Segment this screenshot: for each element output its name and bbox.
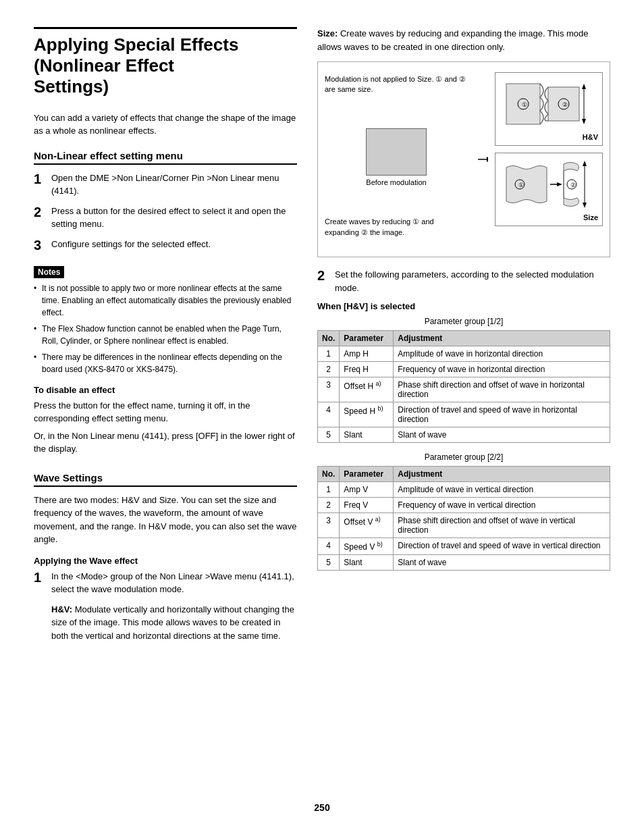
- table-row: 3Offset H a)Phase shift direction and of…: [318, 377, 610, 402]
- step-3-number: 3: [34, 238, 46, 253]
- table-row: 2Freq VFrequency of wave in vertical dir…: [318, 498, 610, 513]
- diagram-box: Modulation is not applied to Size. ① and…: [317, 61, 610, 257]
- diagram-right: ① ② H&V: [495, 69, 603, 250]
- step-3-text: Configure settings for the selected effe…: [51, 238, 211, 253]
- size-label: Size: [500, 213, 598, 221]
- step-3: 3 Configure settings for the selected ef…: [34, 238, 297, 253]
- arrow-area: [475, 69, 488, 250]
- step-2-number: 2: [34, 205, 46, 231]
- diagram-left: Modulation is not applied to Size. ① and…: [325, 69, 468, 250]
- arrow-icon: [475, 146, 488, 173]
- table-row: 4Speed V b)Direction of travel and speed…: [318, 538, 610, 555]
- note-3: There may be differences in the nonlinea…: [34, 351, 297, 375]
- size-diagram: ① ②: [495, 153, 603, 226]
- table-row: 2Freq HFrequency of wave in horizontal d…: [318, 362, 610, 377]
- svg-text:②: ②: [570, 182, 576, 188]
- right-step-2-number: 2: [317, 268, 329, 294]
- hv-section: When [H&V] is selected Parameter group […: [317, 301, 610, 571]
- before-modulation: Before modulation: [325, 128, 468, 186]
- svg-text:①: ①: [522, 101, 527, 108]
- hv-label: H&V: [500, 133, 598, 141]
- table-row: 5SlantSlant of wave: [318, 555, 610, 571]
- svg-marker-9: [582, 84, 586, 89]
- table-row: 5SlantSlant of wave: [318, 427, 610, 443]
- page-title: Applying Special Effects (Nonlinear Effe…: [34, 27, 297, 98]
- two-column-layout: Applying Special Effects (Nonlinear Effe…: [34, 27, 610, 789]
- step-1: 1 Open the DME >Non Linear/Corner Pin >N…: [34, 172, 297, 198]
- wave-intro: There are two modes: H&V and Size. You c…: [34, 494, 297, 546]
- hv-wave-svg: ① ②: [500, 77, 587, 131]
- wave-step-1-number: 1: [34, 570, 46, 596]
- step-1-text: Open the DME >Non Linear/Corner Pin >Non…: [51, 172, 297, 198]
- table-2-header-param: Parameter: [340, 467, 394, 482]
- table-row: 1Amp HAmplitude of wave in horizontal di…: [318, 346, 610, 362]
- table-2: No. Parameter Adjustment 1Amp VAmplitude…: [317, 466, 610, 571]
- page-number: 250: [314, 802, 329, 813]
- svg-marker-10: [582, 119, 586, 124]
- page: Applying Special Effects (Nonlinear Effe…: [0, 0, 644, 840]
- note-2: The Flex Shadow function cannot be enabl…: [34, 323, 297, 347]
- to-disable-label: To disable an effect: [34, 385, 297, 395]
- param-group-2-label: Parameter group [2/2]: [317, 452, 610, 462]
- step-1-number: 1: [34, 172, 46, 198]
- table-row: 4Speed H b)Direction of travel and speed…: [318, 402, 610, 427]
- wave-step-1: 1 In the <Mode> group of the Non Linear …: [34, 570, 297, 596]
- right-column: Size: Create waves by reducing and expan…: [317, 27, 610, 789]
- param-group-1-label: Parameter group [1/2]: [317, 317, 610, 326]
- right-step-2-text: Set the following parameters, according …: [335, 268, 610, 294]
- before-rect: [366, 128, 427, 176]
- notes-label: Notes: [34, 266, 64, 278]
- when-selected: When [H&V] is selected: [317, 301, 610, 311]
- hv-diagram: ① ② H&V: [495, 72, 603, 146]
- size-wave-svg: ① ②: [500, 157, 587, 211]
- svg-marker-18: [583, 161, 587, 166]
- table-row: 1Amp VAmplitude of wave in vertical dire…: [318, 482, 610, 498]
- table-2-header-no: No.: [318, 467, 340, 482]
- table-row: 3Offset V a)Phase shift direction and of…: [318, 513, 610, 538]
- step-2: 2 Press a button for the desired effect …: [34, 205, 297, 231]
- svg-marker-1: [487, 157, 488, 162]
- wave-step-1-text: In the <Mode> group of the Non Linear >W…: [51, 570, 297, 596]
- section1-title: Non-Linear effect setting menu: [34, 150, 297, 165]
- diagram-inner: Modulation is not applied to Size. ① and…: [325, 69, 603, 250]
- table-1: No. Parameter Adjustment 1Amp HAmplitude…: [317, 330, 610, 443]
- intro-text: You can add a variety of effects that ch…: [34, 111, 297, 138]
- table-2-header-row: No. Parameter Adjustment: [318, 467, 610, 482]
- table-1-header-adj: Adjustment: [394, 331, 610, 346]
- diagram-create: Create waves by reducing ① and expanding…: [325, 217, 468, 244]
- to-disable-text: Press the button for the effect name, tu…: [34, 399, 297, 456]
- left-column: Applying Special Effects (Nonlinear Effe…: [34, 27, 297, 789]
- svg-text:②: ②: [562, 101, 568, 108]
- svg-text:①: ①: [518, 182, 524, 188]
- note-1: It is not possible to apply two or more …: [34, 282, 297, 319]
- applying-title: Applying the Wave effect: [34, 556, 297, 566]
- table-1-header-no: No.: [318, 331, 340, 346]
- section2-title: Wave Settings: [34, 472, 297, 487]
- page-footer: 250: [34, 789, 610, 813]
- size-description: Size: Create waves by reducing and expan…: [317, 27, 610, 53]
- mode-descriptions: H&V: Modulate vertically and horizontall…: [51, 603, 297, 643]
- step-2-text: Press a button for the desired effect to…: [51, 205, 297, 231]
- svg-marker-14: [557, 182, 562, 186]
- diagram-note: Modulation is not applied to Size. ① and…: [325, 74, 468, 98]
- svg-marker-19: [583, 203, 587, 208]
- table-2-header-adj: Adjustment: [394, 467, 610, 482]
- notes-content: It is not possible to apply two or more …: [34, 282, 297, 375]
- hv-description: H&V: Modulate vertically and horizontall…: [51, 603, 297, 643]
- table-1-header-row: No. Parameter Adjustment: [318, 331, 610, 346]
- right-step-2: 2 Set the following parameters, accordin…: [317, 268, 610, 294]
- table-1-header-param: Parameter: [340, 331, 394, 346]
